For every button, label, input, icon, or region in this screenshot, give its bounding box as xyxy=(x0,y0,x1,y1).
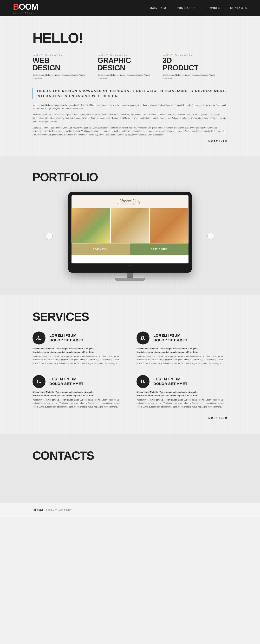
monitor: Master Chef the story of a great chef TA… xyxy=(68,192,192,281)
service-header-d: D. LOREM IPSUMDOLOR SET AMET xyxy=(136,375,227,388)
contacts-section: CONTACTS xyxy=(0,434,260,503)
food-item-3 xyxy=(150,208,188,243)
bottom-banner: TASTY FISH BEST CAKES xyxy=(72,244,188,255)
3d-title: 3DPRODUCT xyxy=(162,56,221,72)
services-grid: A. LOREM IPSUMDOLOR SET AMET Nasceus mus… xyxy=(33,332,227,409)
logo-area: BOOM DESIGN STUDIO xyxy=(13,2,38,14)
hero-service-web: LOREM OPSUM DOLOR SET WEBDESIGN Nasceus … xyxy=(33,52,98,80)
logo-tagline: DESIGN STUDIO xyxy=(13,12,38,14)
web-title: WEBDESIGN xyxy=(33,56,91,72)
food-grid xyxy=(72,208,188,244)
food-item-2 xyxy=(111,208,149,243)
hero-more-info[interactable]: MORE INFO xyxy=(33,140,227,143)
portfolio-section: PORTFOLIO ‹ Master Chef the story of a g… xyxy=(0,156,260,296)
hero-tagline: THIS IS THE DESIGN SHOWCASE OF PERSONAL … xyxy=(33,88,227,98)
hero-service-graphic: LOREM OPSUM DOLOR SET GRAPHICDESIGN Nasc… xyxy=(98,52,162,80)
nav-contacts[interactable]: CONTACTS xyxy=(230,7,247,10)
logo-text: BOOM xyxy=(13,2,38,11)
graphic-desc: Nasceus mus. Nulla dui. Fusceugiat males… xyxy=(98,74,156,80)
banner-best-cakes: BEST CAKES xyxy=(130,244,188,255)
hero-body-1: Nasceus mus. Nulla dui. Fusce feugiat ma… xyxy=(33,104,227,110)
service-item-a: A. LOREM IPSUMDOLOR SET AMET Nasceus mus… xyxy=(33,332,124,365)
service-header-a: A. LOREM IPSUMDOLOR SET AMET xyxy=(33,332,124,344)
service-title-a: LOREM IPSUMDOLOR SET AMET xyxy=(49,333,84,342)
service-icon-c: C. xyxy=(33,375,46,388)
service-icon-b: B. xyxy=(136,332,149,344)
portfolio-title: PORTFOLIO xyxy=(33,170,227,184)
accent-blue xyxy=(33,52,42,52)
contacts-title: CONTACTS xyxy=(33,449,227,462)
portfolio-prev-arrow[interactable]: ‹ xyxy=(46,233,53,240)
logo-b: B xyxy=(13,2,19,11)
service-title-c: LOREM IPSUMDOLOR SET AMET xyxy=(49,377,84,386)
service-body-d: Vestibulum libero nisl, porta vel, scele… xyxy=(136,398,227,409)
footer-logo-b: B xyxy=(33,508,35,512)
monitor-body: Master Chef the story of a great chef TA… xyxy=(68,192,192,273)
service-title-d: LOREM IPSUMDOLOR SET AMET xyxy=(153,377,187,386)
nav-portfolio[interactable]: PORTFOLIO xyxy=(177,7,195,10)
web-desc: Nasceus mus. Nulla dui. Fusceugiat males… xyxy=(33,74,91,80)
service-body-c: Vestibulum libero nisl, porta vel, scele… xyxy=(33,398,124,409)
hero-body: Nasceus mus. Nulla dui. Fusce feugiat ma… xyxy=(33,104,227,137)
service-body-a: Vestibulum libero nisl, porta vel, scele… xyxy=(33,355,124,365)
service-header-c: C. LOREM IPSUMDOLOR SET AMET xyxy=(33,375,124,388)
services-title: SERVICES xyxy=(33,310,227,324)
accent-green xyxy=(162,52,172,52)
accent-gold xyxy=(98,52,107,52)
service-header-b: B. LOREM IPSUMDOLOR SET AMET xyxy=(136,332,227,344)
food-item-1 xyxy=(72,208,110,243)
3d-sub: LOREM OPSUM DOLOR SET xyxy=(162,54,221,56)
monitor-neck xyxy=(127,273,133,278)
service-sub-a: Nasceus mus. Nulla dui. Fusce feugiat ma… xyxy=(33,347,124,354)
service-icon-d: D. xyxy=(136,375,149,388)
service-title-b: LOREM IPSUMDOLOR SET AMET xyxy=(153,333,187,342)
portfolio-next-arrow[interactable]: › xyxy=(207,233,214,240)
screen-sub: the story of a great chef xyxy=(74,203,186,205)
service-sub-d: Nasceus mus. Nulla dui. Fusce feugiat ma… xyxy=(136,390,227,398)
hero-body-2: Vestibulum libero nisl, porta vel, scele… xyxy=(33,113,227,124)
nav-links: MAIN PAGE PORTFOLIO SERVICES CONTACTS xyxy=(150,7,247,10)
monitor-screen: Master Chef the story of a great chef TA… xyxy=(72,195,188,264)
logo-rest: OOM xyxy=(19,2,38,11)
footer-logo: BOOM xyxy=(33,508,43,512)
monitor-wrap: ‹ Master Chef the story of a great chef … xyxy=(33,192,227,281)
screen-brand: Master Chef xyxy=(74,198,186,203)
nav-main-page[interactable]: MAIN PAGE xyxy=(150,7,167,10)
hero-title: HELLO! xyxy=(33,31,227,45)
service-item-c: C. LOREM IPSUMDOLOR SET AMET Nasceus mus… xyxy=(33,375,124,409)
graphic-sub: LOREM OPSUM DOLOR SET xyxy=(98,54,156,56)
graphic-title: GRAPHICDESIGN xyxy=(98,56,156,72)
web-sub: LOREM OPSUM DOLOR SET xyxy=(33,54,91,56)
service-item-d: D. LOREM IPSUMDOLOR SET AMET Nasceus mus… xyxy=(136,375,227,409)
service-body-b: Vestibulum libero nisl, porta vel, scele… xyxy=(136,355,227,365)
navigation: BOOM DESIGN STUDIO MAIN PAGE PORTFOLIO S… xyxy=(0,0,260,16)
footer-links: DESIGN PRIVACY POLICY xyxy=(46,509,72,511)
services-more-info[interactable]: MORE INFO xyxy=(33,417,227,420)
3d-desc: Nasceus mus. Nulla dui. Fusceugiat males… xyxy=(162,74,221,80)
hero-body-3: Libero nisl, porta vel, scelersquuget, m… xyxy=(33,126,227,137)
hero-service-3d: LOREM OPSUM DOLOR SET 3DPRODUCT Nasceus … xyxy=(162,52,227,80)
service-icon-a: A. xyxy=(33,332,46,344)
service-sub-c: Nasceus mus. Nulla dui. Fusce feugiat ma… xyxy=(33,390,124,398)
service-item-b: B. LOREM IPSUMDOLOR SET AMET Nasceus mus… xyxy=(136,332,227,365)
service-sub-b: Nasceus mus. Nulla dui. Fusce feugiat ma… xyxy=(136,347,227,354)
footer-logo-rest: OOM xyxy=(35,508,43,512)
hero-services: LOREM OPSUM DOLOR SET WEBDESIGN Nasceus … xyxy=(33,52,227,80)
nav-services[interactable]: SERVICES xyxy=(205,7,220,10)
screen-header: Master Chef the story of a great chef xyxy=(72,195,188,208)
hero-section: HELLO! LOREM OPSUM DOLOR SET WEBDESIGN N… xyxy=(0,16,260,156)
monitor-base xyxy=(115,278,145,281)
services-section: SERVICES A. LOREM IPSUMDOLOR SET AMET Na… xyxy=(0,296,260,434)
apple-icon:  xyxy=(72,264,188,270)
banner-tasty-fish: TASTY FISH xyxy=(72,244,130,255)
footer: BOOM DESIGN PRIVACY POLICY xyxy=(0,503,260,517)
